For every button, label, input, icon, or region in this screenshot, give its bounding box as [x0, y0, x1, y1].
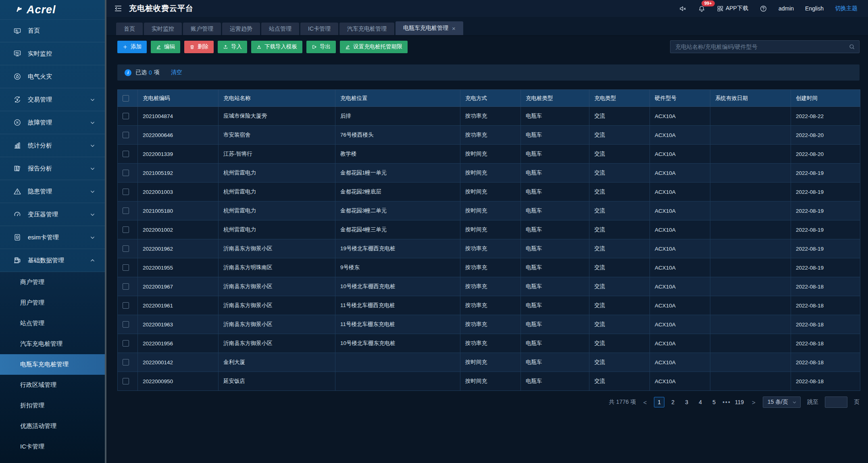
row-checkbox[interactable] — [123, 359, 129, 365]
row-checkbox[interactable] — [123, 132, 129, 138]
sidebar-item-electrical-fire[interactable]: 电气火灾 — [0, 65, 105, 88]
cell: 按功率充 — [460, 107, 521, 126]
delete-icon — [189, 44, 195, 50]
sidebar-item-transformer-management[interactable]: 变压器管理 — [0, 203, 105, 226]
row-checkbox[interactable] — [123, 151, 129, 157]
tab-realtime-monitor[interactable]: 实时监控 — [144, 23, 182, 35]
set-hosting-period-button[interactable]: 设置充电桩托管期限 — [340, 41, 408, 53]
cell: 2022-08-19 — [791, 239, 860, 258]
page-number[interactable]: 119 — [734, 397, 745, 407]
row-checkbox[interactable] — [123, 302, 129, 309]
theme-toggle-link[interactable]: 切换主题 — [835, 5, 858, 12]
sidebar-item-esim-card-management[interactable]: esim卡管理 — [0, 226, 105, 249]
sidebar-subitem-administrative-region-management[interactable]: 行政区域管理 — [0, 375, 105, 395]
prev-page-button[interactable]: < — [642, 399, 647, 406]
cell: 按时间充 — [460, 353, 521, 372]
cell: ACX10A — [650, 353, 710, 372]
page-number[interactable]: 1 — [654, 397, 664, 407]
export-button[interactable]: 导出 — [306, 41, 336, 53]
cell: 金都花园2幢底层 — [335, 183, 460, 201]
tab-label: 实时监控 — [152, 25, 174, 33]
page-size-select[interactable]: 15 条/页 — [763, 397, 801, 408]
sidebar-subitem-ic-card-management[interactable]: IC卡管理 — [0, 436, 105, 457]
row-checkbox[interactable] — [123, 208, 129, 214]
logo[interactable]: Acrel — [0, 0, 105, 19]
page-number[interactable]: 3 — [681, 397, 692, 407]
selected-suffix: 项 — [154, 69, 160, 76]
import-button[interactable]: 导入 — [218, 41, 247, 53]
add-button[interactable]: 添加 — [117, 41, 147, 53]
button-label: 设置充电桩托管期限 — [353, 43, 402, 50]
download-template-button[interactable]: 下载导入模板 — [251, 41, 302, 53]
row-checkbox[interactable] — [123, 321, 129, 328]
mute-icon[interactable] — [679, 5, 687, 12]
row-checkbox[interactable] — [123, 378, 129, 384]
edit-button[interactable]: 编辑 — [151, 41, 180, 53]
sidebar-item-statistics-analysis[interactable]: 统计分析 — [0, 134, 105, 157]
chevron-down-icon — [90, 120, 95, 125]
row-checkbox[interactable] — [123, 245, 129, 252]
edit-icon — [345, 44, 350, 50]
next-page-button[interactable]: > — [751, 399, 756, 406]
page-number[interactable]: 2 — [668, 397, 678, 407]
tab-account-management[interactable]: 账户管理 — [183, 23, 221, 35]
search-input[interactable] — [675, 44, 849, 50]
sidebar-subitem-car-charging-pile-management[interactable]: 汽车充电桩管理 — [0, 334, 105, 354]
cell: 电瓶车 — [521, 201, 589, 220]
cell: 金利大厦 — [219, 353, 335, 372]
cell: 交流 — [589, 201, 650, 220]
tab-ebike-charging-pile-management[interactable]: 电瓶车充电桩管理× — [395, 21, 463, 35]
delete-button[interactable]: 删除 — [184, 41, 214, 53]
row-checkbox[interactable] — [123, 113, 129, 119]
sidebar-submenu: 商户管理用户管理站点管理汽车充电桩管理电瓶车充电桩管理行政区域管理折扣管理优惠活… — [0, 272, 105, 463]
sidebar-subitem-merchant-management[interactable]: 商户管理 — [0, 272, 105, 293]
tab-ic-card-management[interactable]: IC卡管理 — [300, 23, 338, 35]
notifications-button[interactable]: 99+ — [698, 5, 706, 12]
download-icon — [256, 44, 262, 50]
sidebar-item-realtime-monitor[interactable]: 实时监控 — [0, 42, 105, 65]
user-menu[interactable]: admin — [778, 5, 794, 12]
cell: 电瓶车 — [521, 164, 589, 183]
sidebar-item-basic-data-management[interactable]: 基础数据管理 — [0, 249, 105, 272]
select-all-checkbox[interactable] — [123, 95, 129, 102]
sidebar-item-hazard-management[interactable]: 隐患管理 — [0, 180, 105, 203]
sidebar-subitem-label: 用户管理 — [20, 299, 44, 307]
menu-fold-icon[interactable] — [114, 4, 123, 13]
tab-site-management[interactable]: 站点管理 — [261, 23, 299, 35]
row-checkbox[interactable] — [123, 264, 129, 271]
table-row: 2022001967沂南县东方御景小区10号楼北车棚西充电桩按功率充电瓶车交流A… — [118, 277, 860, 296]
app-download-button[interactable]: APP下载 — [717, 5, 748, 12]
tab-home[interactable]: 首页 — [116, 23, 143, 35]
close-icon[interactable]: × — [452, 25, 456, 31]
row-checkbox[interactable] — [123, 170, 129, 176]
tab-car-charging-pile-management[interactable]: 汽车充电桩管理 — [339, 23, 394, 35]
row-checkbox[interactable] — [123, 340, 129, 347]
row-checkbox[interactable] — [123, 283, 129, 290]
sidebar-subitem-user-management[interactable]: 用户管理 — [0, 293, 105, 313]
sidebar-item-transaction-management[interactable]: 交易管理 — [0, 88, 105, 111]
clear-selection-link[interactable]: 清空 — [171, 69, 182, 76]
search-icon[interactable] — [849, 44, 855, 50]
page-number[interactable]: 4 — [695, 397, 706, 407]
sidebar-item-fault-management[interactable]: 故障管理 — [0, 111, 105, 134]
top-header: 充电桩收费云平台 99+ APP下载 admin English 切换主题 — [106, 0, 868, 17]
row-checkbox[interactable] — [123, 189, 129, 195]
jump-page-input[interactable] — [825, 397, 847, 408]
cell: 2022-08-20 — [791, 145, 860, 164]
sidebar-item-report-analysis[interactable]: 报告分析 — [0, 157, 105, 180]
cell — [710, 296, 791, 315]
sidebar-subitem-site-management[interactable]: 站点管理 — [0, 313, 105, 334]
sidebar-subitem-discount-management[interactable]: 折扣管理 — [0, 395, 105, 416]
tab-operation-trend[interactable]: 运营趋势 — [222, 23, 260, 35]
page-number[interactable]: 5 — [709, 397, 719, 407]
row-checkbox[interactable] — [123, 226, 129, 233]
sidebar-item-home[interactable]: 首页 — [0, 19, 105, 42]
help-button[interactable] — [760, 5, 767, 12]
language-switch[interactable]: English — [805, 5, 824, 12]
page-size-value: 15 条/页 — [768, 399, 788, 406]
sidebar-subitem-ebike-charging-pile-management[interactable]: 电瓶车充电桩管理 — [0, 354, 105, 375]
sidebar-subitem-promotion-management[interactable]: 优惠活动管理 — [0, 416, 105, 436]
cell: 2022001955 — [138, 258, 219, 277]
cell — [710, 239, 791, 258]
cell: 交流 — [589, 164, 650, 183]
